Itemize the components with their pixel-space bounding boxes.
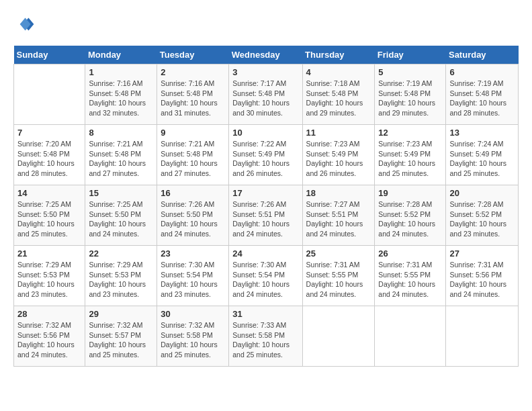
day-number: 31 (232, 309, 298, 319)
day-number: 12 (378, 128, 442, 138)
day-detail: Sunrise: 7:31 AMSunset: 5:55 PMDaylight:… (306, 260, 371, 300)
day-detail: Sunrise: 7:30 AMSunset: 5:54 PMDaylight:… (161, 260, 225, 300)
calendar-table: SundayMondayTuesdayWednesdayThursdayFrid… (13, 46, 519, 367)
day-detail: Sunrise: 7:31 AMSunset: 5:55 PMDaylight:… (378, 260, 442, 300)
calendar-cell: 6Sunrise: 7:19 AMSunset: 5:48 PMDaylight… (446, 64, 519, 125)
header-saturday: Saturday (446, 46, 519, 64)
calendar-cell: 29Sunrise: 7:32 AMSunset: 5:57 PMDayligh… (85, 306, 157, 367)
day-number: 25 (306, 248, 371, 259)
day-number: 29 (89, 309, 153, 319)
day-detail: Sunrise: 7:23 AMSunset: 5:49 PMDaylight:… (306, 139, 371, 179)
week-row-4: 21Sunrise: 7:29 AMSunset: 5:53 PMDayligh… (14, 246, 519, 306)
day-detail: Sunrise: 7:26 AMSunset: 5:51 PMDaylight:… (232, 199, 298, 239)
calendar-cell: 16Sunrise: 7:26 AMSunset: 5:50 PMDayligh… (157, 185, 229, 246)
calendar-cell: 13Sunrise: 7:24 AMSunset: 5:49 PMDayligh… (446, 125, 519, 185)
logo (13, 13, 38, 35)
day-detail: Sunrise: 7:19 AMSunset: 5:48 PMDaylight:… (449, 79, 515, 118)
week-row-5: 28Sunrise: 7:32 AMSunset: 5:56 PMDayligh… (14, 306, 519, 367)
calendar-cell: 15Sunrise: 7:25 AMSunset: 5:50 PMDayligh… (85, 185, 157, 246)
day-number: 10 (232, 128, 298, 138)
day-number: 26 (378, 248, 442, 259)
calendar-cell (14, 64, 85, 125)
calendar-cell: 20Sunrise: 7:28 AMSunset: 5:52 PMDayligh… (446, 185, 519, 246)
day-number: 4 (306, 67, 371, 77)
calendar-cell: 25Sunrise: 7:31 AMSunset: 5:55 PMDayligh… (302, 246, 375, 306)
day-number: 7 (17, 128, 81, 138)
day-detail: Sunrise: 7:22 AMSunset: 5:49 PMDaylight:… (232, 139, 298, 179)
day-detail: Sunrise: 7:31 AMSunset: 5:56 PMDaylight:… (449, 260, 515, 300)
calendar-cell: 26Sunrise: 7:31 AMSunset: 5:55 PMDayligh… (375, 246, 446, 306)
calendar-cell (446, 306, 519, 367)
calendar-cell: 2Sunrise: 7:16 AMSunset: 5:48 PMDaylight… (157, 64, 229, 125)
day-number: 5 (378, 67, 442, 77)
day-number: 18 (306, 188, 371, 198)
calendar-cell: 31Sunrise: 7:33 AMSunset: 5:58 PMDayligh… (229, 306, 302, 367)
day-number: 8 (89, 128, 153, 138)
logo-icon (13, 13, 35, 35)
week-row-2: 7Sunrise: 7:20 AMSunset: 5:48 PMDaylight… (14, 125, 519, 185)
header-monday: Monday (85, 46, 157, 64)
day-detail: Sunrise: 7:16 AMSunset: 5:48 PMDaylight:… (89, 79, 153, 118)
calendar-cell (375, 306, 446, 367)
day-detail: Sunrise: 7:28 AMSunset: 5:52 PMDaylight:… (449, 199, 515, 239)
day-detail: Sunrise: 7:29 AMSunset: 5:53 PMDaylight:… (89, 260, 153, 300)
calendar-cell: 27Sunrise: 7:31 AMSunset: 5:56 PMDayligh… (446, 246, 519, 306)
calendar-cell: 11Sunrise: 7:23 AMSunset: 5:49 PMDayligh… (302, 125, 375, 185)
calendar-cell (302, 306, 375, 367)
header-thursday: Thursday (302, 46, 375, 64)
day-detail: Sunrise: 7:29 AMSunset: 5:53 PMDaylight:… (17, 260, 81, 300)
day-detail: Sunrise: 7:32 AMSunset: 5:57 PMDaylight:… (89, 320, 153, 360)
day-number: 1 (89, 67, 153, 77)
week-row-1: 1Sunrise: 7:16 AMSunset: 5:48 PMDaylight… (14, 64, 519, 125)
day-detail: Sunrise: 7:30 AMSunset: 5:54 PMDaylight:… (232, 260, 298, 300)
day-number: 24 (232, 248, 298, 259)
day-number: 23 (161, 248, 225, 259)
calendar-cell: 4Sunrise: 7:18 AMSunset: 5:48 PMDaylight… (302, 64, 375, 125)
day-detail: Sunrise: 7:21 AMSunset: 5:48 PMDaylight:… (89, 139, 153, 179)
day-number: 9 (161, 128, 225, 138)
calendar-cell: 12Sunrise: 7:23 AMSunset: 5:49 PMDayligh… (375, 125, 446, 185)
day-detail: Sunrise: 7:16 AMSunset: 5:48 PMDaylight:… (161, 79, 225, 118)
header-wednesday: Wednesday (229, 46, 302, 64)
day-detail: Sunrise: 7:19 AMSunset: 5:48 PMDaylight:… (378, 79, 442, 118)
day-number: 30 (161, 309, 225, 319)
header-sunday: Sunday (14, 46, 85, 64)
days-header-row: SundayMondayTuesdayWednesdayThursdayFrid… (14, 46, 519, 64)
day-detail: Sunrise: 7:17 AMSunset: 5:48 PMDaylight:… (232, 79, 298, 118)
day-detail: Sunrise: 7:33 AMSunset: 5:58 PMDaylight:… (232, 320, 298, 360)
week-row-3: 14Sunrise: 7:25 AMSunset: 5:50 PMDayligh… (14, 185, 519, 246)
day-number: 27 (449, 248, 515, 259)
calendar-cell: 21Sunrise: 7:29 AMSunset: 5:53 PMDayligh… (14, 246, 85, 306)
day-number: 19 (378, 188, 442, 198)
calendar-cell: 7Sunrise: 7:20 AMSunset: 5:48 PMDaylight… (14, 125, 85, 185)
day-number: 22 (89, 248, 153, 259)
day-detail: Sunrise: 7:25 AMSunset: 5:50 PMDaylight:… (17, 199, 81, 239)
day-detail: Sunrise: 7:25 AMSunset: 5:50 PMDaylight:… (89, 199, 153, 239)
calendar-cell: 18Sunrise: 7:27 AMSunset: 5:51 PMDayligh… (302, 185, 375, 246)
calendar-cell: 9Sunrise: 7:21 AMSunset: 5:48 PMDaylight… (157, 125, 229, 185)
day-number: 2 (161, 67, 225, 77)
day-detail: Sunrise: 7:21 AMSunset: 5:48 PMDaylight:… (161, 139, 225, 179)
calendar-cell: 5Sunrise: 7:19 AMSunset: 5:48 PMDaylight… (375, 64, 446, 125)
calendar-cell: 10Sunrise: 7:22 AMSunset: 5:49 PMDayligh… (229, 125, 302, 185)
header-tuesday: Tuesday (157, 46, 229, 64)
day-detail: Sunrise: 7:26 AMSunset: 5:50 PMDaylight:… (161, 199, 225, 239)
day-detail: Sunrise: 7:24 AMSunset: 5:49 PMDaylight:… (449, 139, 515, 179)
calendar-cell: 23Sunrise: 7:30 AMSunset: 5:54 PMDayligh… (157, 246, 229, 306)
calendar-cell: 17Sunrise: 7:26 AMSunset: 5:51 PMDayligh… (229, 185, 302, 246)
day-number: 28 (17, 309, 81, 319)
calendar-cell: 8Sunrise: 7:21 AMSunset: 5:48 PMDaylight… (85, 125, 157, 185)
day-detail: Sunrise: 7:27 AMSunset: 5:51 PMDaylight:… (306, 199, 371, 239)
calendar-cell: 14Sunrise: 7:25 AMSunset: 5:50 PMDayligh… (14, 185, 85, 246)
day-detail: Sunrise: 7:32 AMSunset: 5:58 PMDaylight:… (161, 320, 225, 360)
day-number: 20 (449, 188, 515, 198)
calendar-cell: 30Sunrise: 7:32 AMSunset: 5:58 PMDayligh… (157, 306, 229, 367)
day-number: 16 (161, 188, 225, 198)
calendar-cell: 22Sunrise: 7:29 AMSunset: 5:53 PMDayligh… (85, 246, 157, 306)
calendar-cell: 24Sunrise: 7:30 AMSunset: 5:54 PMDayligh… (229, 246, 302, 306)
day-number: 14 (17, 188, 81, 198)
page-header (13, 13, 519, 35)
calendar-cell: 28Sunrise: 7:32 AMSunset: 5:56 PMDayligh… (14, 306, 85, 367)
day-detail: Sunrise: 7:20 AMSunset: 5:48 PMDaylight:… (17, 139, 81, 179)
day-number: 3 (232, 67, 298, 77)
